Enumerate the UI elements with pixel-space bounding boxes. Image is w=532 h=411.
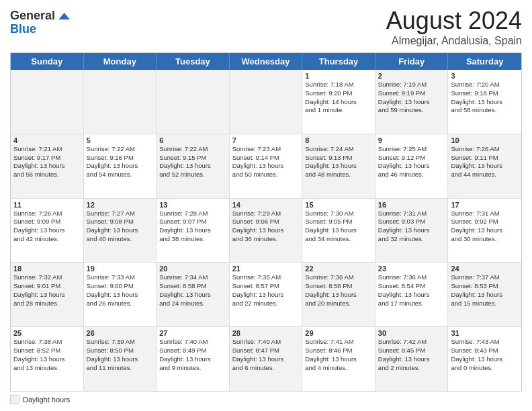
- cell-line: Sunset: 8:46 PM: [305, 347, 372, 355]
- cell-line: and 24 minutes.: [159, 300, 226, 308]
- cell-line: Sunset: 9:05 PM: [305, 218, 372, 226]
- cell-line: Sunrise: 7:34 AM: [159, 273, 226, 282]
- cell-line: Sunset: 9:16 PM: [87, 154, 154, 163]
- logo-general: General: [10, 9, 55, 22]
- cell-line: Daylight: 13 hours: [87, 355, 154, 364]
- day-cell-22: 22Sunrise: 7:36 AMSunset: 8:56 PMDayligh…: [302, 263, 375, 326]
- day-cell-4: 4Sunrise: 7:21 AMSunset: 9:17 PMDaylight…: [11, 134, 84, 198]
- day-number: 20: [159, 265, 226, 273]
- main-title: August 2024: [386, 7, 522, 35]
- cell-line: and 36 minutes.: [232, 235, 300, 244]
- cell-line: Sunrise: 7:36 AM: [378, 273, 445, 282]
- cell-line: Daylight: 13 hours: [451, 291, 519, 300]
- cell-line: Daylight: 13 hours: [378, 162, 445, 171]
- day-number: 4: [13, 136, 81, 144]
- day-cell-17: 17Sunrise: 7:31 AMSunset: 9:02 PMDayligh…: [448, 199, 521, 263]
- cell-line: Sunrise: 7:28 AM: [159, 210, 226, 218]
- day-number: 27: [159, 329, 226, 337]
- day-number: 28: [232, 329, 300, 337]
- cell-line: and 9 minutes.: [159, 364, 226, 373]
- day-cell-7: 7Sunrise: 7:23 AMSunset: 9:14 PMDaylight…: [230, 134, 303, 198]
- cell-line: Sunset: 8:47 PM: [232, 347, 300, 355]
- cell-line: Sunset: 9:14 PM: [232, 154, 300, 163]
- footer-label: Daylight hours: [23, 396, 70, 404]
- cell-line: Daylight: 13 hours: [451, 355, 519, 364]
- day-number: 11: [13, 201, 81, 209]
- cell-line: and 22 minutes.: [232, 300, 300, 308]
- cell-line: and 28 minutes.: [13, 300, 81, 308]
- day-cell-27: 27Sunrise: 7:40 AMSunset: 8:49 PMDayligh…: [157, 327, 230, 391]
- cell-line: Sunset: 8:54 PM: [378, 282, 445, 291]
- cell-line: Sunrise: 7:18 AM: [305, 81, 372, 89]
- cell-line: Sunrise: 7:40 AM: [159, 338, 226, 347]
- cell-line: and 1 minute.: [305, 106, 372, 115]
- cell-line: and 48 minutes.: [305, 171, 372, 179]
- cell-line: Sunrise: 7:32 AM: [13, 273, 81, 282]
- cell-line: Daylight: 13 hours: [159, 291, 226, 300]
- calendar-header: SundayMondayTuesdayWednesdayThursdayFrid…: [11, 53, 521, 70]
- cell-line: and 56 minutes.: [13, 171, 81, 179]
- cell-line: Daylight: 14 hours: [305, 98, 372, 107]
- calendar-row-3: 18Sunrise: 7:32 AMSunset: 9:01 PMDayligh…: [11, 263, 521, 327]
- cell-line: Sunset: 8:43 PM: [451, 347, 519, 355]
- cell-line: Sunset: 9:02 PM: [451, 218, 519, 226]
- cell-line: Sunset: 9:11 PM: [451, 154, 519, 163]
- cell-line: and 26 minutes.: [87, 300, 154, 308]
- day-number: 10: [451, 136, 519, 144]
- page: General Blue August 2024 Almegijar, Anda…: [0, 0, 532, 411]
- day-cell-10: 10Sunrise: 7:26 AMSunset: 9:11 PMDayligh…: [448, 134, 521, 198]
- cell-line: Sunrise: 7:20 AM: [451, 81, 519, 89]
- cell-line: Sunset: 9:12 PM: [378, 154, 445, 163]
- cell-line: Sunset: 9:17 PM: [13, 154, 81, 163]
- cell-line: Daylight: 13 hours: [378, 291, 445, 300]
- day-number: 14: [232, 201, 300, 209]
- calendar-row-1: 4Sunrise: 7:21 AMSunset: 9:17 PMDaylight…: [11, 134, 521, 199]
- day-number: 18: [13, 265, 81, 273]
- cell-line: and 42 minutes.: [13, 235, 81, 244]
- cell-line: Daylight: 13 hours: [451, 226, 519, 235]
- cell-line: and 13 minutes.: [13, 364, 81, 373]
- header-day-wednesday: Wednesday: [230, 53, 303, 70]
- cell-line: Sunset: 9:13 PM: [305, 154, 372, 163]
- day-number: 26: [87, 329, 154, 337]
- logo-icon: [56, 9, 70, 23]
- day-cell-5: 5Sunrise: 7:22 AMSunset: 9:16 PMDaylight…: [84, 134, 157, 198]
- day-cell-28: 28Sunrise: 7:40 AMSunset: 8:47 PMDayligh…: [230, 327, 303, 391]
- cell-line: Daylight: 13 hours: [159, 226, 226, 235]
- header-day-saturday: Saturday: [448, 53, 521, 70]
- cell-line: and 40 minutes.: [87, 235, 154, 244]
- day-cell-6: 6Sunrise: 7:22 AMSunset: 9:15 PMDaylight…: [157, 134, 230, 198]
- cell-line: Sunrise: 7:43 AM: [451, 338, 519, 347]
- cell-line: Sunset: 8:45 PM: [378, 347, 445, 355]
- cell-line: Daylight: 13 hours: [451, 98, 519, 107]
- day-number: 5: [87, 136, 154, 144]
- cell-line: Sunrise: 7:29 AM: [232, 210, 300, 218]
- day-number: 7: [232, 136, 300, 144]
- day-cell-1: 1Sunrise: 7:18 AMSunset: 9:20 PMDaylight…: [302, 70, 375, 134]
- cell-line: and 15 minutes.: [451, 300, 519, 308]
- cell-line: Daylight: 13 hours: [232, 355, 300, 364]
- day-number: 3: [451, 72, 519, 80]
- logo-blue: Blue: [10, 22, 36, 36]
- day-cell-14: 14Sunrise: 7:29 AMSunset: 9:06 PMDayligh…: [230, 199, 303, 263]
- cell-line: Daylight: 13 hours: [13, 355, 81, 364]
- header-day-thursday: Thursday: [302, 53, 375, 70]
- cell-line: Sunset: 9:00 PM: [87, 282, 154, 291]
- day-cell-16: 16Sunrise: 7:31 AMSunset: 9:03 PMDayligh…: [375, 199, 449, 263]
- day-number: 21: [232, 265, 300, 273]
- cell-line: Daylight: 13 hours: [232, 226, 300, 235]
- day-cell-3: 3Sunrise: 7:20 AMSunset: 9:18 PMDaylight…: [448, 70, 521, 134]
- day-cell-8: 8Sunrise: 7:24 AMSunset: 9:13 PMDaylight…: [302, 134, 375, 198]
- header-day-friday: Friday: [375, 53, 449, 70]
- cell-line: and 52 minutes.: [159, 171, 226, 179]
- cell-line: and 6 minutes.: [232, 364, 300, 373]
- day-cell-11: 11Sunrise: 7:26 AMSunset: 9:09 PMDayligh…: [11, 199, 84, 263]
- day-cell-20: 20Sunrise: 7:34 AMSunset: 8:58 PMDayligh…: [157, 263, 230, 326]
- day-number: 15: [305, 201, 372, 209]
- cell-line: Sunrise: 7:26 AM: [13, 210, 81, 218]
- cell-line: Sunrise: 7:40 AM: [232, 338, 300, 347]
- day-number: 25: [13, 329, 81, 337]
- day-number: 9: [378, 136, 445, 144]
- cell-line: Sunset: 9:07 PM: [159, 218, 226, 226]
- cell-line: Daylight: 13 hours: [378, 226, 445, 235]
